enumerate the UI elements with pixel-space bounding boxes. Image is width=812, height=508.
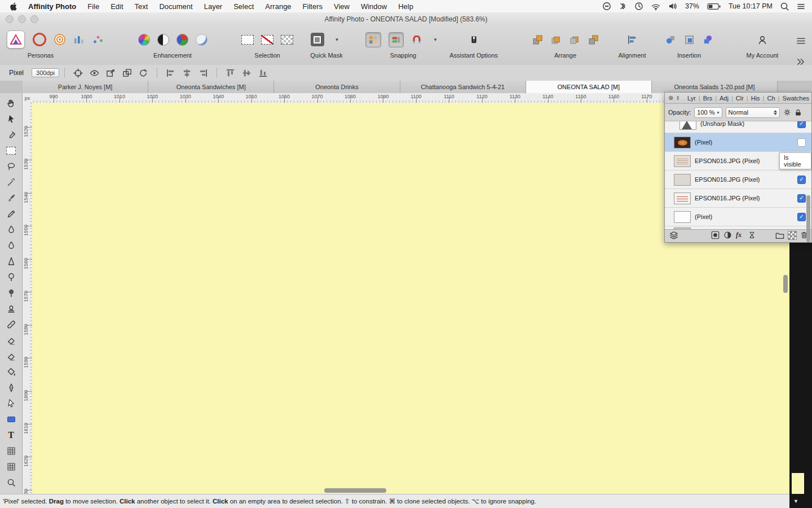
document-tab[interactable]: Oneonta Salads 1-20.psd [M] <box>652 81 778 93</box>
marquee-icon[interactable] <box>241 32 254 47</box>
panel-tab-ch[interactable]: Ch <box>767 95 775 102</box>
layer-visibility-checkbox[interactable] <box>797 121 806 128</box>
stack-icon[interactable] <box>669 231 678 240</box>
arr-forward-icon[interactable] <box>550 32 562 47</box>
arr-front-icon[interactable] <box>532 32 543 47</box>
menu-document[interactable]: Document <box>159 2 192 11</box>
menubar-wifi-icon[interactable] <box>651 2 660 11</box>
deselect-icon[interactable] <box>261 32 273 47</box>
al-middle-icon[interactable] <box>239 66 255 80</box>
layer-visibility-checkbox[interactable] <box>797 213 806 221</box>
al-top-icon[interactable] <box>222 66 239 80</box>
flood-select-tool[interactable] <box>1 174 21 190</box>
panel-scrollbar[interactable] <box>806 195 810 242</box>
snap-grid-icon[interactable] <box>365 32 381 47</box>
quick-mask-icon[interactable] <box>311 32 324 47</box>
panel-tab-brs[interactable]: Brs <box>703 95 713 102</box>
smudge-tool[interactable] <box>1 222 21 238</box>
menu-help[interactable]: Help <box>398 2 413 11</box>
zoom-window-button[interactable] <box>30 15 38 23</box>
ins-top-icon[interactable] <box>702 32 713 47</box>
gear-icon[interactable] <box>783 108 791 116</box>
document-tab[interactable]: Parker J. Noyes [M] <box>23 81 148 93</box>
clone-stamp-tool[interactable] <box>1 301 21 317</box>
menu-text[interactable]: Text <box>135 2 148 11</box>
erase-tool[interactable] <box>1 332 21 348</box>
gradient-tool[interactable] <box>1 411 21 427</box>
al-right-icon[interactable] <box>195 66 211 80</box>
menu-edit[interactable]: Edit <box>111 2 123 11</box>
panel-tab-lyr[interactable]: Lyr <box>687 95 696 102</box>
al-center-icon[interactable] <box>179 66 195 80</box>
menubar-spotlight-icon[interactable] <box>780 2 789 11</box>
document-tab[interactable]: Oneonta Drinks <box>274 81 400 93</box>
healing-brush-tool[interactable] <box>1 317 21 332</box>
document-tab[interactable]: ONEONTA SALAD [M] <box>526 81 652 93</box>
blur-tool[interactable] <box>1 238 21 253</box>
al-left-icon[interactable] <box>162 66 179 80</box>
layer-row[interactable]: (Pixel) <box>665 208 811 226</box>
arr-backward-icon[interactable] <box>569 32 580 47</box>
menu-select[interactable]: Select <box>233 2 254 11</box>
traffic-lights[interactable] <box>6 15 38 23</box>
mask-dot-icon[interactable] <box>711 231 720 239</box>
apple-menu-icon[interactable] <box>9 2 17 11</box>
sharpen-tool[interactable] <box>1 253 21 269</box>
move-tool[interactable] <box>1 111 21 127</box>
ins-inside-icon[interactable] <box>683 32 695 47</box>
lock-icon[interactable] <box>795 108 802 116</box>
menu-filters[interactable]: Filters <box>303 2 323 11</box>
arr-back-icon[interactable] <box>588 32 599 47</box>
al-bottom-icon[interactable] <box>255 66 271 80</box>
layer-row[interactable]: EPSON016.JPG (Pixel) <box>665 189 811 208</box>
hourglass-icon[interactable] <box>748 231 756 239</box>
close-panel-icon[interactable]: ⊗ <box>668 94 673 102</box>
ins-behind-icon[interactable] <box>665 32 676 47</box>
export-persona-icon[interactable] <box>92 34 104 45</box>
panel-tab-swatches[interactable]: Swatches <box>782 95 809 102</box>
pen-tool[interactable] <box>1 380 21 396</box>
scale-box-icon[interactable] <box>103 66 119 80</box>
tone-mapping-persona-icon[interactable] <box>73 34 85 45</box>
layer-visibility-checkbox[interactable] <box>797 194 806 203</box>
layer-visibility-checkbox[interactable] <box>797 176 806 184</box>
tuxedo-icon[interactable] <box>468 32 479 47</box>
layer-row[interactable]: (Pixel) <box>665 133 811 152</box>
chevron-down-icon[interactable]: ▾ <box>332 32 343 47</box>
fx-icon[interactable]: fx <box>736 231 742 239</box>
layer-visibility-checkbox[interactable] <box>797 138 806 147</box>
colour-picker-tool[interactable] <box>1 127 21 143</box>
mesh-warp-tool[interactable] <box>1 443 21 459</box>
magnet-icon[interactable] <box>411 32 422 47</box>
menubar-clock[interactable]: Tue 10:17 PM <box>729 2 773 10</box>
menu-layer[interactable]: Layer <box>204 2 223 11</box>
close-window-button[interactable] <box>6 15 14 23</box>
node-tool[interactable] <box>1 396 21 411</box>
menubar-volume-icon[interactable] <box>668 2 677 11</box>
invert-selection-icon[interactable] <box>281 32 293 47</box>
opacity-dropdown[interactable]: 100 % ▾ <box>694 107 722 118</box>
menu-window[interactable]: Window <box>361 2 387 11</box>
eye-icon[interactable] <box>86 66 103 80</box>
document-tab[interactable]: Oneonta Sandwiches [M] <box>148 81 274 93</box>
dpi-selector[interactable]: 300dpi <box>32 68 59 77</box>
panel-tab-his[interactable]: His <box>751 95 760 102</box>
toolbar-overflow-menu-icon[interactable] <box>795 35 807 49</box>
rotate-icon[interactable] <box>135 66 152 80</box>
snap-options-icon[interactable] <box>389 32 404 47</box>
liquify-persona-icon[interactable] <box>33 33 46 46</box>
freehand-selection-tool[interactable] <box>1 159 21 174</box>
checker-icon[interactable] <box>788 231 797 240</box>
colour-wheel-icon[interactable] <box>138 32 150 47</box>
soft-circle-icon[interactable] <box>196 32 208 47</box>
view-tool[interactable] <box>1 95 21 111</box>
align-bars-icon[interactable] <box>626 32 638 47</box>
pixel-tool[interactable] <box>1 206 21 222</box>
horizontal-scrollbar[interactable] <box>324 488 386 493</box>
menu-arrange[interactable]: Arrange <box>265 2 291 11</box>
dodge-tool[interactable] <box>1 269 21 285</box>
menubar-bluetooth-icon[interactable] <box>619 2 626 11</box>
burn-tool[interactable] <box>1 285 21 301</box>
half-circle-icon[interactable] <box>723 231 732 239</box>
minimize-window-button[interactable] <box>18 15 26 23</box>
